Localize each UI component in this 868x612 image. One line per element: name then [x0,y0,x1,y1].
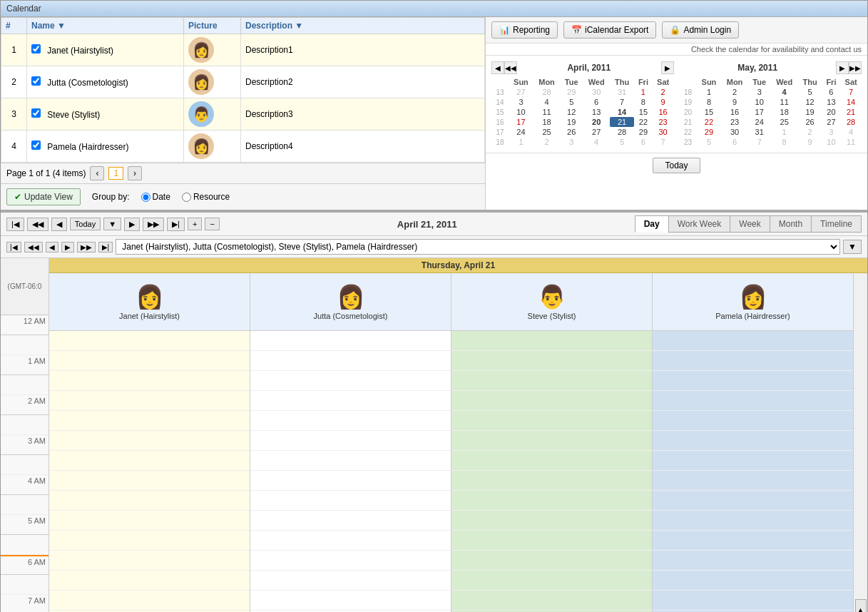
cal-cell[interactable] [250,411,451,431]
row-checkbox[interactable] [31,44,41,53]
res-first-btn[interactable]: |◀ [6,242,21,253]
calendar-day[interactable]: 4 [583,137,610,147]
calendar-day[interactable]: 13 [822,97,841,107]
reporting-btn[interactable]: 📊 Reporting [491,21,558,39]
calendar-day[interactable]: 3 [560,137,583,147]
tab-day[interactable]: Day [635,215,668,233]
cal-cell[interactable] [653,351,853,371]
prev4-btn[interactable]: ◀◀ [27,218,48,231]
group-date-label[interactable]: Date [141,192,170,202]
calendar-day[interactable]: 7 [610,97,634,107]
cal-cell[interactable] [250,551,451,571]
prev-page-btn[interactable]: ‹ [90,166,104,180]
calendar-day[interactable]: 24 [748,117,771,127]
calendar-day[interactable]: 27 [822,117,841,127]
res-prev4-btn[interactable]: ◀◀ [24,242,43,253]
calendar-day[interactable]: 11 [533,107,560,117]
res-next-btn[interactable]: ▶ [61,242,74,253]
cal-cell[interactable] [49,511,250,531]
cal-cell[interactable] [451,431,652,451]
cal-cell[interactable] [250,571,451,591]
calendar-day[interactable]: 8 [697,97,722,107]
cal-cell[interactable] [653,331,853,351]
update-view-btn[interactable]: ✔ Update View [6,188,81,205]
tab-timeline[interactable]: Timeline [811,215,862,233]
next-btn[interactable]: ▶ [124,218,140,231]
calendar-day[interactable]: 17 [509,117,533,127]
cal-cell[interactable] [451,511,652,531]
calendar-day[interactable]: 30 [583,87,610,97]
cal-cell[interactable] [451,591,652,611]
calendar-day[interactable]: 2 [653,87,674,97]
icalendar-btn[interactable]: 📅 iCalendar Export [563,21,656,39]
april-prev-btn[interactable]: ◀ [491,61,504,74]
tab-week[interactable]: Week [730,215,769,233]
cal-cell[interactable] [653,371,853,391]
calendar-day[interactable]: 9 [721,97,747,107]
next-page-btn[interactable]: › [128,166,142,180]
row-checkbox[interactable] [31,108,41,118]
group-resource-label[interactable]: Resource [182,192,230,202]
cal-cell[interactable] [451,551,652,571]
calendar-day[interactable]: 31 [748,127,771,137]
calendar-day[interactable]: 28 [840,117,862,127]
cal-cell[interactable] [49,451,250,471]
calendar-day[interactable]: 21 [840,107,862,117]
calendar-day[interactable]: 10 [509,107,533,117]
calendar-day[interactable]: 6 [822,87,841,97]
calendar-day[interactable]: 22 [697,117,722,127]
res-last-btn[interactable]: ▶| [98,242,113,253]
cal-cell[interactable] [451,491,652,511]
calendar-day[interactable]: 27 [583,127,610,137]
calendar-day[interactable]: 18 [533,117,560,127]
calendar-day[interactable]: 19 [560,117,583,127]
calendar-day[interactable]: 6 [634,137,653,147]
calendar-day[interactable]: 22 [634,117,653,127]
res-next4-btn[interactable]: ▶▶ [77,242,96,253]
cal-cell[interactable] [49,351,250,371]
calendar-day[interactable]: 10 [822,137,841,147]
calendar-day[interactable]: 29 [634,127,653,137]
calendar-day[interactable]: 13 [583,107,610,117]
next4-btn[interactable]: ▶▶ [143,218,164,231]
calendar-day[interactable]: 1 [509,137,533,147]
resource-dropdown-btn[interactable]: ▼ [843,240,862,254]
cal-cell[interactable] [250,331,451,351]
calendar-day[interactable]: 14 [610,107,634,117]
today-main-btn[interactable]: Today [70,218,101,230]
cal-cell[interactable] [250,511,451,531]
cal-cell[interactable] [451,411,652,431]
calendar-day[interactable]: 2 [721,87,747,97]
cal-cell[interactable] [49,391,250,411]
cal-cell[interactable] [49,431,250,451]
calendar-day[interactable]: 1 [697,87,722,97]
calendar-day[interactable]: 30 [653,127,674,137]
calendar-day[interactable]: 18 [771,107,798,117]
resource-column[interactable]: 11:00 AM-12:00 PM Busy time (Cindy R.) [250,331,451,612]
cal-cell[interactable] [250,391,451,411]
calendar-day[interactable]: 3 [509,97,533,107]
may-next-btn[interactable]: ▶ [836,61,849,74]
cal-cell[interactable] [653,571,853,591]
cal-cell[interactable] [653,451,853,471]
calendar-day[interactable]: 15 [634,107,653,117]
calendar-day[interactable]: 15 [697,107,722,117]
cal-cell[interactable] [49,571,250,591]
calendar-day[interactable]: 2 [798,127,822,137]
cal-cell[interactable] [250,591,451,611]
calendar-day[interactable]: 4 [840,127,862,137]
cal-cell[interactable] [653,431,853,451]
cal-cell[interactable] [49,551,250,571]
res-prev-btn[interactable]: ◀ [46,242,58,253]
cal-cell[interactable] [653,491,853,511]
first-btn[interactable]: |◀ [6,218,24,231]
calendar-day[interactable]: 2 [533,137,560,147]
calendar-day[interactable]: 12 [798,97,822,107]
calendar-day[interactable]: 25 [533,127,560,137]
cal-cell[interactable] [451,331,652,351]
last-btn[interactable]: ▶| [167,218,185,231]
cal-cell[interactable] [451,371,652,391]
calendar-day[interactable]: 28 [533,87,560,97]
cal-cell[interactable] [49,331,250,351]
cal-cell[interactable] [250,451,451,471]
